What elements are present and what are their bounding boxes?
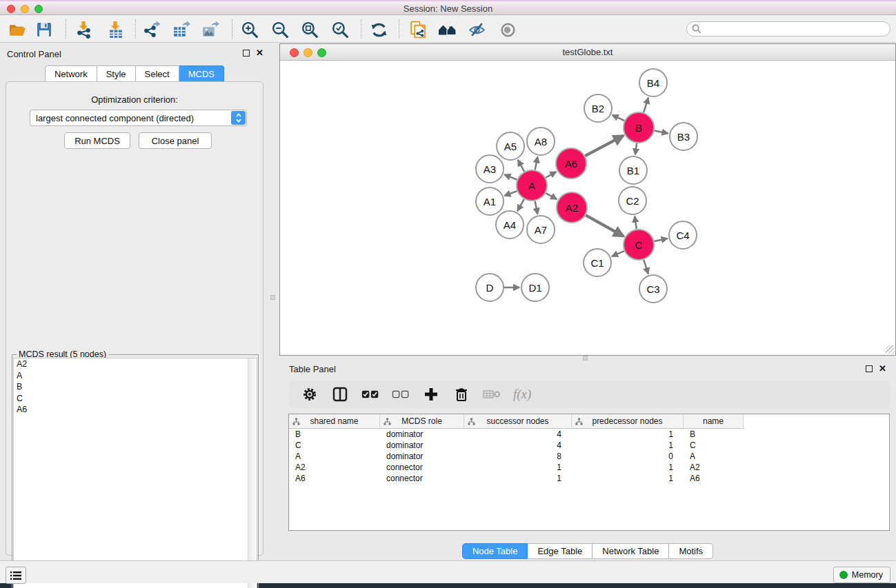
toolbar-separator: [135, 19, 136, 39]
network-graph[interactable]: B4B2BB3A5A8A6B1A3AC2A1A2A4A7C4CC1C3DD1: [280, 61, 895, 355]
edge-C-C3[interactable]: [644, 260, 648, 274]
result-item[interactable]: A: [14, 370, 257, 382]
divider-handle[interactable]: [270, 295, 275, 300]
run-mcds-button[interactable]: Run MCDS: [64, 132, 130, 149]
table-toolbar: f(x): [288, 381, 890, 408]
edge-A-A7[interactable]: [535, 201, 538, 214]
memory-status-icon: [839, 571, 848, 579]
table-row[interactable]: A2connector11A2: [289, 462, 889, 473]
edge-B-B2[interactable]: [613, 115, 624, 121]
edge-C-C2[interactable]: [635, 216, 637, 229]
export-table-icon[interactable]: [171, 20, 190, 39]
search-input[interactable]: [702, 23, 890, 35]
show-graphics-details-icon[interactable]: [498, 20, 517, 39]
refresh-layout-icon[interactable]: [369, 20, 388, 39]
table-cell: 1: [572, 473, 684, 484]
node-table-body: Bdominator41BCdominator41CAdominator80AA…: [289, 429, 889, 530]
column-header-name[interactable]: name: [684, 414, 744, 429]
horizontal-split-divider[interactable]: [279, 356, 896, 361]
mcds-tab-content: Optimization criterion: largest connecte…: [6, 81, 263, 556]
memory-label: Memory: [852, 570, 883, 580]
close-panel-icon[interactable]: ✕: [879, 363, 886, 374]
settings-icon[interactable]: [301, 385, 319, 403]
task-history-button[interactable]: [6, 567, 26, 584]
resize-grip-icon[interactable]: [886, 345, 895, 354]
node-table[interactable]: shared nameMCDS rolesuccessor nodesprede…: [288, 414, 890, 531]
new-network-icon[interactable]: [408, 20, 428, 39]
save-session-icon[interactable]: [34, 20, 54, 39]
select-all-icon[interactable]: [361, 385, 379, 403]
tab-network[interactable]: Network: [45, 65, 97, 83]
edge-C-C1[interactable]: [612, 251, 624, 256]
result-scrollbar[interactable]: [248, 358, 257, 588]
control-panel: Control Panel ✕ NetworkStyleSelectMCDS O…: [0, 43, 269, 560]
column-header-MCDS-role[interactable]: MCDS role: [380, 414, 464, 429]
tab-node-table[interactable]: Node Table: [462, 543, 528, 559]
import-table-icon[interactable]: [106, 20, 125, 39]
edge-A-A6[interactable]: [546, 172, 556, 178]
tab-network-table[interactable]: Network Table: [593, 543, 669, 559]
hide-graphics-details-icon[interactable]: [467, 20, 486, 39]
result-item[interactable]: A6: [14, 404, 257, 416]
split-view-icon[interactable]: [331, 385, 349, 403]
edge-C-C4[interactable]: [654, 239, 667, 241]
table-cell: connector: [380, 473, 464, 484]
result-item[interactable]: B: [14, 381, 257, 393]
export-network-icon[interactable]: [141, 20, 161, 39]
column-header-label: successor nodes: [464, 416, 571, 426]
close-panel-icon[interactable]: ✕: [256, 48, 263, 58]
float-panel-icon[interactable]: [866, 365, 873, 372]
table-row[interactable]: Cdominator41C: [289, 440, 889, 451]
result-item[interactable]: C: [14, 393, 257, 405]
delete-column-icon[interactable]: [452, 385, 470, 403]
column-header-label: MCDS role: [380, 416, 464, 426]
edge-A2-C[interactable]: [586, 215, 624, 236]
tab-edge-table[interactable]: Edge Table: [528, 543, 593, 559]
table-row[interactable]: Bdominator41B: [289, 429, 889, 440]
zoom-fit-icon[interactable]: [300, 20, 319, 39]
tab-motifs[interactable]: Motifs: [669, 543, 713, 559]
import-network-icon[interactable]: [74, 20, 93, 39]
toolbar-separator: [399, 19, 399, 39]
network-window-titlebar[interactable]: testGlobe.txt: [280, 44, 895, 61]
edge-A-A2[interactable]: [546, 193, 557, 199]
add-column-icon[interactable]: [422, 385, 440, 403]
tab-mcds[interactable]: MCDS: [179, 65, 224, 83]
edge-B-B4[interactable]: [644, 98, 648, 112]
column-header-shared-name[interactable]: shared name: [289, 414, 380, 429]
zoom-out-icon[interactable]: [270, 20, 290, 39]
vertical-split-divider[interactable]: [269, 43, 279, 560]
table-row[interactable]: A6connector11A6: [289, 473, 889, 484]
edge-A-A4[interactable]: [517, 199, 524, 211]
table-row[interactable]: Adominator80A: [289, 451, 889, 462]
edge-A-A8[interactable]: [535, 157, 538, 170]
node-label-A8: A8: [535, 136, 547, 148]
deselect-all-icon[interactable]: [392, 385, 410, 403]
edge-A-A5[interactable]: [518, 160, 524, 172]
divider-handle[interactable]: [583, 356, 588, 361]
edge-A-A3[interactable]: [504, 174, 517, 179]
result-item[interactable]: A2: [14, 358, 257, 370]
tab-style[interactable]: Style: [97, 65, 136, 83]
column-header-predecessor-nodes[interactable]: predecessor nodes: [572, 414, 684, 429]
edge-A6-B[interactable]: [585, 136, 624, 156]
optimization-criterion-label: Optimization criterion:: [6, 94, 263, 105]
memory-button[interactable]: Memory: [833, 567, 890, 583]
home-icon[interactable]: [438, 20, 457, 39]
edge-A-A1[interactable]: [505, 191, 517, 196]
mcds-result-list[interactable]: A2ABCA6: [13, 358, 257, 588]
table-cell: B: [684, 429, 744, 440]
zoom-selected-icon[interactable]: [330, 20, 350, 39]
zoom-in-icon[interactable]: [240, 20, 259, 39]
column-header-successor-nodes[interactable]: successor nodes: [464, 414, 572, 429]
open-file-icon[interactable]: [7, 20, 26, 39]
tab-select[interactable]: Select: [136, 65, 179, 83]
edge-B-B1[interactable]: [635, 143, 637, 154]
edge-B-B3[interactable]: [655, 131, 668, 134]
criterion-select[interactable]: largest connected component (directed): [30, 110, 247, 126]
search-field[interactable]: [686, 21, 890, 37]
float-panel-icon[interactable]: [243, 50, 250, 57]
export-image-icon[interactable]: [200, 20, 219, 39]
node-label-A3: A3: [484, 163, 496, 175]
close-panel-button[interactable]: Close panel: [139, 132, 212, 149]
